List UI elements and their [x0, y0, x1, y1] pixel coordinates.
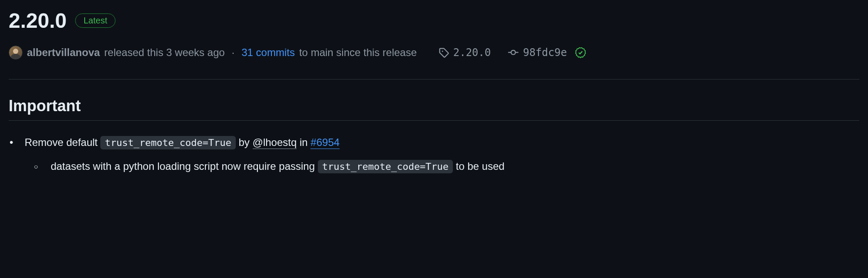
version-title: 2.20.0 [9, 9, 66, 33]
tag-section[interactable]: 2.20.0 [439, 46, 491, 59]
note-text: Remove default [25, 136, 98, 148]
user-mention[interactable]: @lhoestq [253, 136, 297, 149]
list-item: Remove default trust_remote_code=True by… [22, 134, 859, 175]
author-username[interactable]: albertvillanova [27, 46, 100, 59]
latest-badge: Latest [75, 13, 115, 28]
note-text: datasets with a python loading script no… [51, 160, 315, 172]
commits-suffix: to main since this release [299, 46, 417, 59]
inline-code: trust_remote_code=True [318, 160, 453, 173]
section-heading-important: Important [9, 97, 859, 121]
note-text: to be used [456, 160, 505, 172]
commit-icon [508, 47, 518, 58]
avatar[interactable] [9, 46, 23, 60]
released-ago-text: released this 3 weeks ago [104, 46, 225, 59]
release-meta: albertvillanova released this 3 weeks ag… [9, 46, 859, 79]
inline-code: trust_remote_code=True [100, 136, 235, 149]
commit-section[interactable]: 98fdc9e [508, 46, 567, 59]
pr-link[interactable]: #6954 [310, 136, 340, 149]
note-text: by [239, 136, 250, 148]
verified-icon[interactable] [575, 47, 586, 58]
release-header: 2.20.0 Latest [9, 9, 859, 33]
tag-label: 2.20.0 [453, 46, 491, 59]
commits-link[interactable]: 31 commits [241, 46, 295, 59]
list-item: datasets with a python loading script no… [48, 158, 859, 175]
meta-separator: · [232, 46, 235, 59]
tag-icon [439, 47, 449, 58]
commit-hash: 98fdc9e [523, 46, 567, 59]
note-text: in [300, 136, 308, 148]
release-notes: Remove default trust_remote_code=True by… [9, 134, 859, 175]
